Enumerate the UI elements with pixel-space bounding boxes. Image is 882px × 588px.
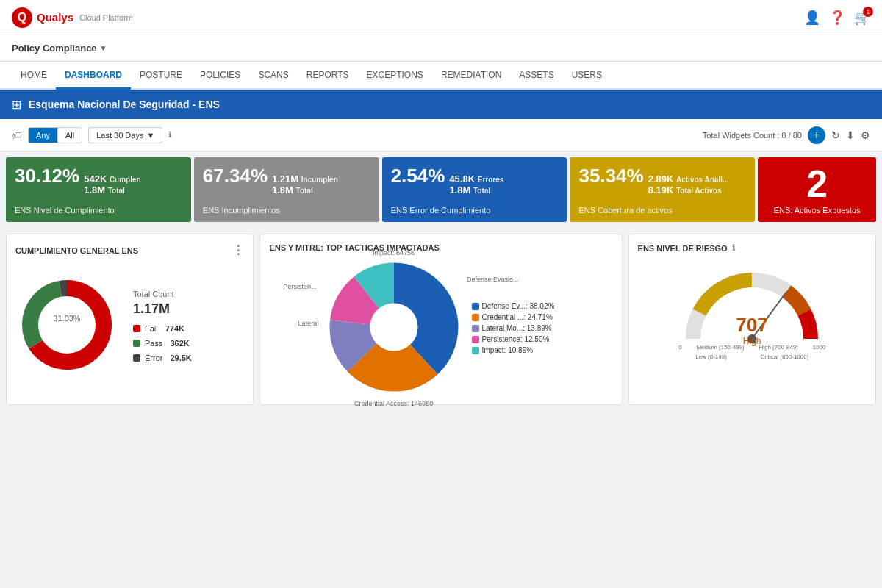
- nav-remediation[interactable]: REMEDIATION: [432, 62, 510, 90]
- download-icon[interactable]: ⬇: [846, 129, 855, 141]
- logo-area: Q Qualys Cloud Platform: [12, 7, 133, 28]
- logo-sub: Cloud Platform: [79, 13, 133, 22]
- nav-exceptions[interactable]: EXCEPTIONS: [358, 62, 432, 90]
- pie-legend: Defense Ev...: 38.02% Credential ...: 24…: [472, 302, 555, 354]
- tile-num1-compliance: 542K Cumplen: [84, 173, 140, 184]
- tile-num2-coverage: 8.19K Total Activos: [648, 184, 729, 196]
- tile-top-compliance: 30.12% 542K Cumplen 1.8M Total: [15, 165, 182, 196]
- tile-compliance: 30.12% 542K Cumplen 1.8M Total ENS Nivel…: [6, 157, 191, 222]
- chart-mitre: ENS Y MITRE: TOP TACTICAS IMPACTADAS Imp…: [259, 234, 622, 405]
- tile-sub-exposed: ENS: Activos Expuestos: [774, 206, 861, 215]
- logo-name: Qualys: [37, 11, 74, 24]
- top-right-icons: 👤 ❓ 🛒 1: [804, 10, 870, 26]
- risk-info-icon[interactable]: ℹ: [732, 243, 735, 253]
- pie-label-impact: Impact: 64756: [373, 249, 415, 257]
- date-filter-label: Last 30 Days: [96, 131, 143, 140]
- gauge-labels: 0 Medium (150-499) High (700-849) 1000: [678, 344, 825, 351]
- logo-letter: Q: [18, 11, 26, 24]
- nav-assets[interactable]: ASSETS: [510, 62, 562, 90]
- chart-compliance-general: CUMPLIMIENTO GENERAL ENS ⋮ 31.03% Total: [6, 234, 254, 405]
- notification-icon[interactable]: 🛒 1: [854, 10, 870, 26]
- tile-top-coverage: 35.34% 2.89K Activos Anali... 8.19K Tota…: [578, 165, 746, 196]
- tile-num2-compliance: 1.8M Total: [84, 184, 140, 196]
- pie-label-lateral: Lateral: [298, 320, 319, 327]
- nav-posture[interactable]: POSTURE: [131, 62, 191, 90]
- nav-dashboard[interactable]: DASHBOARD: [56, 62, 131, 90]
- tile-num1-coverage: 2.89K Activos Anali...: [648, 173, 729, 184]
- any-all-filter: Any All: [28, 127, 82, 143]
- pie-dot-lateral: [472, 325, 479, 332]
- add-widget-btn[interactable]: +: [808, 126, 825, 144]
- legend-pass: Pass 362K: [133, 339, 192, 348]
- gauge-label-medium: Medium (150-499): [696, 344, 744, 351]
- gauge-svg: 707 High: [675, 262, 829, 350]
- donut-right: Total Count 1.17M Fail 774K Pass 362K: [133, 290, 192, 362]
- donut-chart: 31.03%: [15, 273, 118, 379]
- top-bar: Q Qualys Cloud Platform 👤 ❓ 🛒 1: [0, 0, 882, 35]
- svg-point-9: [370, 304, 417, 351]
- nav-home[interactable]: HOME: [12, 62, 56, 90]
- filter-all-btn[interactable]: All: [58, 128, 82, 143]
- logo-icon: Q: [12, 7, 32, 28]
- dashboard-banner: ⊞ Esquema Nacional De Seguridad - ENS: [0, 90, 882, 119]
- gauge-label-max: 1000: [812, 344, 825, 351]
- tile-bottom-compliance: ENS Nivel de Cumplimiento: [15, 206, 182, 215]
- pie-chart-wrapper: Impact: 64756 Persisten... Lateral Crede…: [328, 261, 460, 395]
- legend-fail: Fail 774K: [133, 324, 192, 333]
- date-filter-btn[interactable]: Last 30 Days ▼: [88, 127, 162, 143]
- total-count-label: Total Count: [133, 290, 192, 298]
- gauge-container: 707 High 0 Medium (150-499) High (700-84…: [638, 262, 867, 360]
- tile-pct-error: 2.54%: [391, 165, 445, 187]
- filter-right: Total Widgets Count : 8 / 80 + ↻ ⬇ ⚙: [703, 126, 870, 144]
- user-icon[interactable]: 👤: [804, 10, 820, 26]
- chart-title-compliance: CUMPLIMIENTO GENERAL ENS ⋮: [15, 243, 244, 257]
- chart-more-icon[interactable]: ⋮: [232, 243, 244, 257]
- widgets-count-label: Total Widgets Count : 8 / 80: [703, 131, 802, 140]
- legend-lateral: Lateral Mo...: 13.89%: [472, 324, 555, 332]
- tile-nums-incompliance: 1.21M Incumplen 1.8M Total: [272, 173, 338, 196]
- tile-num1-error: 45.8K Errores: [449, 173, 503, 184]
- filter-any-btn[interactable]: Any: [29, 128, 58, 143]
- filter-left: 🏷 Any All Last 30 Days ▼ ℹ: [12, 127, 171, 143]
- banner-title: Esquema Nacional De Seguridad - ENS: [29, 98, 220, 110]
- tile-nums-coverage: 2.89K Activos Anali... 8.19K Total Activ…: [648, 173, 729, 196]
- banner-grid-icon: ⊞: [12, 98, 21, 112]
- nav-users[interactable]: USERS: [563, 62, 611, 90]
- settings-icon[interactable]: ⚙: [861, 129, 870, 141]
- gauge-label-low: Low (0-149): [695, 354, 727, 360]
- legend-defense: Defense Ev...: 38.02%: [472, 302, 555, 310]
- nav-bar: HOME DASHBOARD POSTURE POLICIES SCANS RE…: [0, 62, 882, 90]
- tile-pct-coverage: 35.34%: [578, 165, 643, 187]
- legend-error: Error 29.5K: [133, 354, 192, 362]
- legend-persistence: Persistence: 12.50%: [472, 335, 555, 343]
- module-selector[interactable]: Policy Compliance ▼: [12, 43, 107, 54]
- donut-legend: Fail 774K Pass 362K Error 29.5K: [133, 324, 192, 362]
- tile-pct-compliance: 30.12%: [15, 165, 79, 187]
- pie-label-defense: Defense Evasio...: [467, 276, 519, 283]
- legend-credential: Credential ...: 24.71%: [472, 313, 555, 321]
- nav-scans[interactable]: SCANS: [249, 62, 297, 90]
- refresh-icon[interactable]: ↻: [831, 129, 840, 141]
- metric-tiles: 30.12% 542K Cumplen 1.8M Total ENS Nivel…: [0, 151, 882, 228]
- svg-text:707: 707: [736, 314, 768, 336]
- chart-title-risk-left: ENS NIVEL DE RIESGO ℹ: [638, 243, 735, 253]
- tag-icon: 🏷: [12, 129, 22, 141]
- nav-reports[interactable]: REPORTS: [298, 62, 358, 90]
- module-label: Policy Compliance: [12, 43, 97, 54]
- nav-policies[interactable]: POLICIES: [191, 62, 249, 90]
- help-icon[interactable]: ❓: [829, 10, 845, 26]
- legend-dot-fail: [133, 325, 140, 332]
- pie-label-persist: Persisten...: [284, 283, 317, 290]
- tile-bottom-coverage: ENS Cobertura de activos: [578, 206, 746, 215]
- tile-bottom-incompliance: ENS Incumplimientos: [203, 206, 370, 215]
- filter-bar: 🏷 Any All Last 30 Days ▼ ℹ Total Widgets…: [0, 119, 882, 151]
- pie-svg: [328, 261, 460, 393]
- pie-dot-credential: [472, 314, 479, 321]
- tile-pct-incompliance: 67.34%: [203, 165, 268, 187]
- gauge-label-critical: Critical (850-1000): [761, 354, 809, 360]
- filter-info-icon[interactable]: ℹ: [168, 130, 171, 140]
- pie-dot-persistence: [472, 336, 479, 343]
- total-count-val: 1.17M: [133, 301, 192, 317]
- gauge-label-min: 0: [678, 344, 681, 351]
- chart-title-risk: ENS NIVEL DE RIESGO ℹ: [638, 243, 867, 253]
